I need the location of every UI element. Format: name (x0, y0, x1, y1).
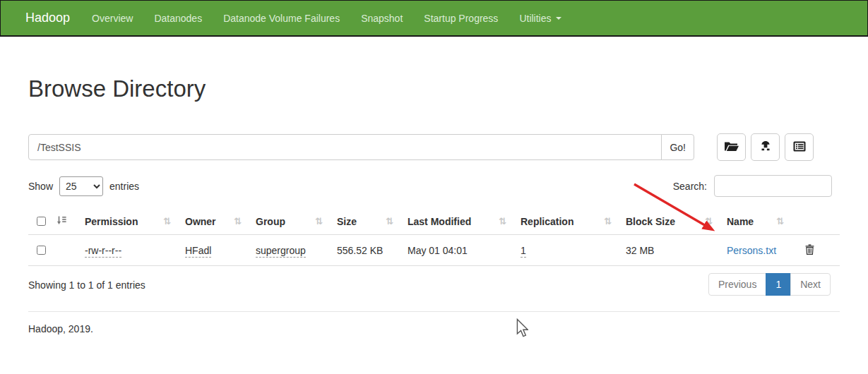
table-info-text: Showing 1 to 1 of 1 entries (28, 273, 145, 291)
table-header-row: Permission ⇅ Owner ⇅ Group ⇅ Size ⇅ Last… (28, 208, 840, 235)
column-header-block-size[interactable]: Block Size ⇅ (626, 208, 727, 235)
column-header-last-modified[interactable]: Last Modified ⇅ (408, 208, 521, 235)
block-size-value: 32 MB (626, 245, 654, 256)
nav-item-startup-progress[interactable]: Startup Progress (413, 13, 509, 24)
nav-item-overview[interactable]: Overview (81, 13, 143, 24)
directory-listing-table: Permission ⇅ Owner ⇅ Group ⇅ Size ⇅ Last… (28, 208, 840, 266)
owner-value[interactable]: HFadl (185, 245, 211, 258)
page-length-control: Show 25 entries (28, 176, 139, 196)
size-value: 556.52 KB (337, 245, 383, 256)
pagination-next-button[interactable]: Next (790, 273, 831, 296)
column-header-actions (798, 208, 840, 235)
toolbar-icon-buttons (717, 133, 814, 161)
search-input[interactable] (714, 175, 832, 197)
nav-item-utilities-label: Utilities (519, 13, 551, 24)
page-length-select[interactable]: 25 (59, 176, 103, 196)
directory-path-input[interactable] (28, 134, 662, 160)
delete-file-button[interactable] (798, 244, 814, 257)
file-link[interactable]: Persons.txt (727, 245, 776, 256)
column-header-size[interactable]: Size ⇅ (337, 208, 408, 235)
trash-icon (805, 246, 814, 257)
group-value[interactable]: supergroup (256, 245, 306, 258)
sort-both-icon[interactable]: ⇅ (604, 216, 612, 227)
pagination: Previous 1 Next (708, 273, 831, 296)
clipboard-list-icon (793, 141, 806, 154)
sort-column-header[interactable] (57, 208, 85, 235)
show-label: Show (28, 181, 53, 192)
nav-item-datanodes[interactable]: Datanodes (143, 13, 213, 24)
page-title: Browse Directory (28, 76, 840, 102)
nav-item-utilities[interactable]: Utilities (509, 13, 571, 24)
upload-icon (759, 140, 772, 154)
last-modified-value: May 01 04:01 (408, 245, 468, 256)
column-header-permission[interactable]: Permission ⇅ (85, 208, 185, 235)
column-header-name[interactable]: Name ⇅ (727, 208, 798, 235)
pagination-page-1-button[interactable]: 1 (766, 273, 791, 296)
sort-both-icon[interactable]: ⇅ (163, 216, 171, 227)
entries-label: entries (109, 181, 139, 192)
sort-amount-icon (57, 216, 66, 227)
upload-file-button[interactable] (751, 133, 780, 161)
table-controls: Show 25 entries Search: (28, 175, 840, 197)
column-header-replication[interactable]: Replication ⇅ (521, 208, 626, 235)
row-checkbox[interactable] (37, 246, 46, 255)
nav-item-snapshot[interactable]: Snapshot (350, 13, 413, 24)
path-input-group: Go! (28, 134, 694, 160)
column-header-owner[interactable]: Owner ⇅ (185, 208, 256, 235)
nav-item-datanode-volume-failures[interactable]: Datanode Volume Failures (213, 13, 350, 24)
replication-value[interactable]: 1 (521, 245, 526, 258)
sort-both-icon[interactable]: ⇅ (776, 216, 784, 227)
column-header-group[interactable]: Group ⇅ (256, 208, 337, 235)
top-navbar: Hadoop Overview Datanodes Datanode Volum… (0, 0, 868, 37)
sort-both-icon[interactable]: ⇅ (705, 216, 713, 227)
caret-down-icon (556, 17, 561, 20)
go-button[interactable]: Go! (661, 134, 694, 160)
folder-open-icon (725, 141, 739, 154)
sort-both-icon[interactable]: ⇅ (499, 216, 506, 227)
brand-hadoop[interactable]: Hadoop (25, 11, 70, 25)
path-bar: Go! (28, 133, 840, 161)
footer-text: Hadoop, 2019. (28, 323, 840, 334)
pagination-previous-button[interactable]: Previous (708, 273, 766, 296)
search-control: Search: (673, 175, 832, 197)
permission-value[interactable]: -rw-r--r-- (85, 245, 121, 258)
create-directory-button[interactable] (717, 133, 746, 161)
search-label: Search: (673, 181, 707, 192)
select-all-checkbox[interactable] (37, 217, 46, 226)
table-row: -rw-r--r-- HFadl supergroup 556.52 KB Ma… (28, 235, 840, 266)
cut-paste-button[interactable] (785, 133, 814, 161)
sort-both-icon[interactable]: ⇅ (315, 216, 323, 227)
sort-both-icon[interactable]: ⇅ (234, 216, 242, 227)
footer-divider (28, 311, 840, 312)
sort-both-icon[interactable]: ⇅ (386, 216, 393, 227)
